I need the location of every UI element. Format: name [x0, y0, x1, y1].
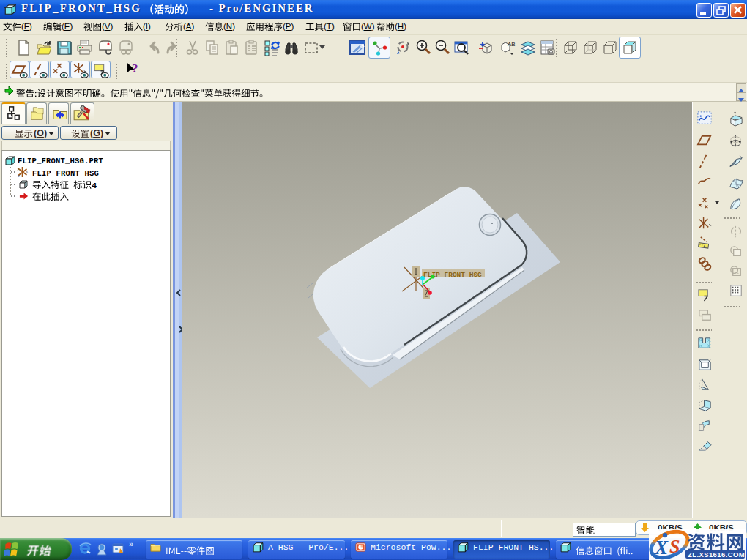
svg-text:AB: AB	[508, 41, 516, 48]
svg-text:S: S	[669, 536, 680, 557]
svg-text:x: x	[26, 169, 29, 173]
svg-text:ZL.XS1616.COM: ZL.XS1616.COM	[688, 550, 745, 559]
svg-text:X: X	[654, 537, 669, 559]
